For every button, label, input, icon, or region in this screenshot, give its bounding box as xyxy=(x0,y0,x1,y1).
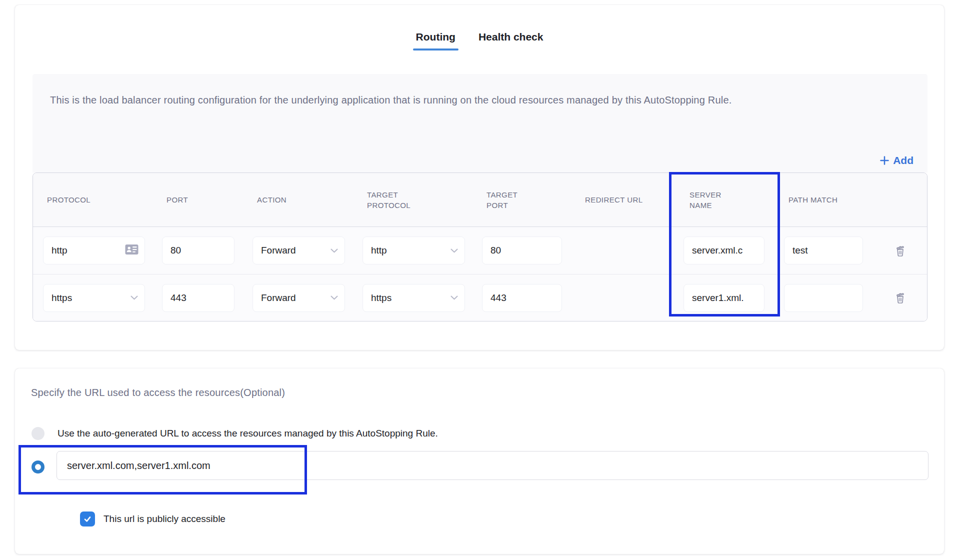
check-icon xyxy=(82,514,92,524)
server-name-input[interactable] xyxy=(684,236,764,264)
chevron-down-icon xyxy=(450,248,458,253)
port-input[interactable] xyxy=(162,284,234,312)
table-row: Forward http xyxy=(33,227,927,274)
tab-bar: Routing Health check xyxy=(15,31,944,50)
action-select[interactable]: Forward xyxy=(252,236,345,264)
add-button-label: Add xyxy=(893,154,914,166)
protocol-select[interactable]: https xyxy=(43,284,145,312)
auto-url-option: Use the auto-generated URL to access the… xyxy=(32,427,438,440)
target-port-input[interactable] xyxy=(482,236,562,264)
column-header-port: PORT xyxy=(154,194,245,205)
chevron-down-icon xyxy=(130,296,138,300)
protocol-select-value: https xyxy=(52,292,72,304)
table-header-row: PROTOCOL PORT ACTION TARGET PROTOCOL TAR… xyxy=(33,173,927,227)
custom-url-radio[interactable] xyxy=(32,460,44,474)
action-select-value: Forward xyxy=(261,292,296,304)
trash-icon xyxy=(894,244,906,258)
trash-icon xyxy=(894,291,906,304)
column-header-path-match: PATH MATCH xyxy=(780,194,873,205)
auto-url-radio[interactable] xyxy=(32,427,44,440)
chevron-down-icon xyxy=(450,296,458,300)
routing-description: This is the load balancer routing config… xyxy=(32,74,732,108)
action-select-value: Forward xyxy=(261,245,296,256)
target-protocol-select[interactable]: https xyxy=(362,284,465,312)
add-button[interactable]: Add xyxy=(880,154,914,166)
column-header-protocol: PROTOCOL xyxy=(33,194,154,205)
path-match-cell xyxy=(780,236,873,264)
public-checkbox[interactable] xyxy=(80,512,95,526)
port-cell xyxy=(154,236,245,264)
column-header-target-protocol: TARGET PROTOCOL xyxy=(355,190,474,210)
path-match-input[interactable] xyxy=(784,284,863,312)
row-actions-cell xyxy=(873,288,927,308)
action-cell: Forward xyxy=(245,236,355,264)
publicly-accessible-row: This url is publicly accessible xyxy=(80,512,226,526)
plus-icon xyxy=(880,156,889,165)
protocol-cell xyxy=(33,236,154,264)
routing-description-panel: This is the load balancer routing config… xyxy=(32,74,928,172)
target-protocol-cell: http xyxy=(355,236,474,264)
target-port-cell xyxy=(474,284,573,312)
target-protocol-cell: https xyxy=(355,284,474,312)
protocol-cell: https xyxy=(33,284,154,312)
path-match-input[interactable] xyxy=(784,236,863,264)
chevron-down-icon xyxy=(330,248,338,253)
server-name-cell xyxy=(670,284,780,312)
port-input[interactable] xyxy=(162,236,234,264)
column-header-server-name: SERVER NAME xyxy=(670,190,780,210)
table-row: https Forward https xyxy=(33,274,927,321)
path-match-cell xyxy=(780,284,873,312)
delete-row-button[interactable] xyxy=(891,288,910,308)
server-name-cell xyxy=(670,236,780,264)
public-checkbox-label: This url is publicly accessible xyxy=(104,514,226,524)
tab-health-check-label: Health check xyxy=(478,31,544,42)
routing-table: PROTOCOL PORT ACTION TARGET PROTOCOL TAR… xyxy=(32,172,928,322)
target-protocol-select-value: https xyxy=(371,292,392,304)
url-card: Specify the URL used to access the resou… xyxy=(15,368,944,554)
action-select[interactable]: Forward xyxy=(252,284,345,312)
target-protocol-select[interactable]: http xyxy=(362,236,465,264)
url-section-title: Specify the URL used to access the resou… xyxy=(31,387,285,398)
custom-url-input[interactable] xyxy=(56,451,928,480)
row-actions-cell xyxy=(873,241,927,260)
id-card-icon[interactable] xyxy=(125,244,138,257)
server-name-input[interactable] xyxy=(684,284,764,312)
column-header-redirect-url: REDIRECT URL xyxy=(573,194,670,205)
port-cell xyxy=(154,284,245,312)
tab-routing[interactable]: Routing xyxy=(416,31,456,50)
target-port-cell xyxy=(474,236,573,264)
tab-health-check[interactable]: Health check xyxy=(478,31,544,50)
delete-row-button[interactable] xyxy=(891,241,910,260)
target-port-input[interactable] xyxy=(482,284,562,312)
target-protocol-select-value: http xyxy=(371,245,387,256)
chevron-down-icon xyxy=(330,296,338,300)
action-cell: Forward xyxy=(245,284,355,312)
tab-routing-label: Routing xyxy=(416,31,456,42)
auto-url-label: Use the auto-generated URL to access the… xyxy=(58,428,438,439)
column-header-target-port: TARGET PORT xyxy=(474,190,573,210)
column-header-action: ACTION xyxy=(245,194,355,205)
routing-card: Routing Health check This is the load ba… xyxy=(15,5,944,350)
